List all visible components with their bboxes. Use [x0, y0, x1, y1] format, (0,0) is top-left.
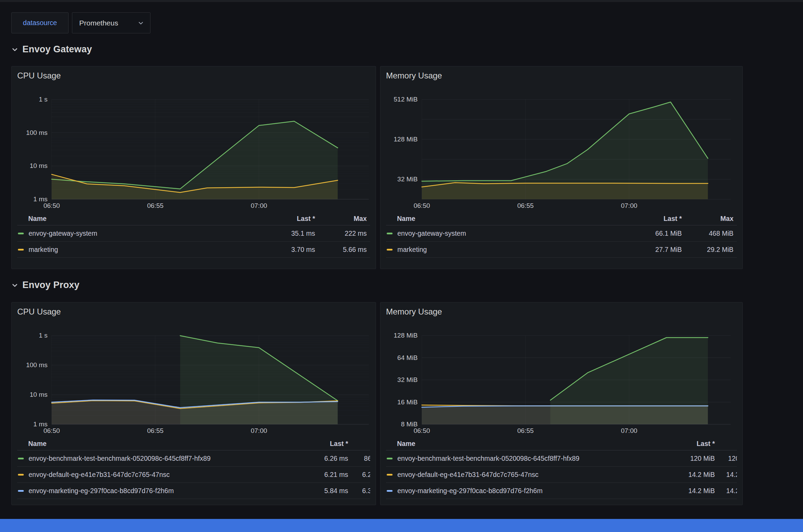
series-last-value: 5.84 ms [290, 487, 348, 495]
legend-header: Name Last * Max [17, 435, 370, 450]
series-name[interactable]: marketing [29, 246, 257, 254]
x-axis-tick-label: 07:00 [242, 202, 276, 210]
section-header-envoy-gateway[interactable]: Envoy Gateway [11, 44, 92, 55]
time-series-chart[interactable]: 512 MiB128 MiB32 MiB06:5006:5507:00 [386, 98, 737, 210]
panel-row-gateway: CPU Usage 1 s100 ms10 ms1 ms06:5006:5507… [11, 66, 743, 269]
panel-proxy-cpu-usage: CPU Usage 1 s100 ms10 ms1 ms06:5006:5507… [11, 302, 376, 505]
y-axis-tick-label: 10 ms [17, 391, 48, 398]
series-color-swatch[interactable] [387, 490, 393, 492]
series-last-value: 35.1 ms [257, 230, 315, 237]
legend-row: envoy-marketing-eg-297f0cac-b8cd97d76-f2… [386, 483, 737, 499]
datasource-dropdown[interactable]: Prometheus [72, 12, 150, 33]
chart-canvas[interactable] [17, 334, 370, 435]
series-color-swatch[interactable] [387, 458, 393, 459]
series-last-value: 66.1 MiB [623, 230, 682, 237]
legend-column-name[interactable]: Name [397, 440, 656, 448]
legend-column-max[interactable]: Max [315, 215, 367, 223]
legend-column-max[interactable]: Max [715, 440, 737, 448]
series-max-value: 29.2 MiB [682, 246, 733, 254]
legend-row: marketing 3.70 ms 5.66 ms [17, 242, 370, 258]
series-last-value: 14.2 MiB [656, 487, 715, 495]
legend-row: envoy-default-eg-e41e7b31-647dc7c765-47n… [386, 467, 737, 483]
y-axis-tick-label: 16 MiB [386, 398, 418, 406]
series-name[interactable]: envoy-gateway-system [29, 230, 257, 237]
series-color-swatch[interactable] [18, 490, 24, 492]
panel-title[interactable]: Memory Usage [386, 66, 737, 81]
chart-canvas[interactable] [386, 334, 737, 435]
legend-column-name[interactable]: Name [397, 215, 623, 223]
section-header-envoy-proxy[interactable]: Envoy Proxy [11, 280, 80, 290]
time-series-chart[interactable]: 1 s100 ms10 ms1 ms06:5006:5507:00 [17, 98, 370, 210]
legend-column-last[interactable]: Last * [656, 440, 715, 448]
y-axis-tick-label: 100 ms [17, 129, 48, 137]
x-axis-tick-label: 06:55 [138, 202, 173, 210]
time-series-chart[interactable]: 1 s100 ms10 ms1 ms06:5006:5507:00 [17, 334, 370, 435]
series-color-swatch[interactable] [18, 458, 24, 459]
y-axis-tick-label: 32 MiB [386, 175, 418, 183]
series-name[interactable]: envoy-marketing-eg-297f0cac-b8cd97d76-f2… [397, 487, 656, 495]
legend-header: Name Last * Max [386, 210, 737, 225]
series-name[interactable]: envoy-default-eg-e41e7b31-647dc7c765-47n… [29, 471, 290, 479]
legend-row: marketing 27.7 MiB 29.2 MiB [386, 242, 737, 258]
x-axis-tick-label: 06:50 [405, 202, 439, 210]
series-color-swatch[interactable] [18, 233, 24, 234]
legend-header: Name Last * Max [386, 435, 737, 450]
x-axis-tick-label: 06:55 [508, 202, 543, 210]
series-color-swatch[interactable] [387, 249, 393, 251]
series-last-value: 14.2 MiB [656, 471, 715, 479]
series-name[interactable]: envoy-gateway-system [397, 230, 623, 237]
series-last-value: 27.7 MiB [623, 246, 682, 254]
variable-label-datasource[interactable]: datasource [11, 12, 69, 33]
series-name[interactable]: envoy-benchmark-test-benchmark-0520098c-… [397, 455, 656, 462]
series-max-value: 468 MiB [682, 230, 733, 237]
x-axis-tick-label: 06:55 [138, 427, 173, 435]
series-name[interactable]: envoy-default-eg-e41e7b31-647dc7c765-47n… [397, 471, 656, 479]
x-axis-tick-label: 06:50 [34, 427, 69, 435]
datasource-dropdown-value: Prometheus [79, 19, 138, 27]
x-axis-tick-label: 07:00 [612, 202, 646, 210]
legend-row: envoy-default-eg-e41e7b31-647dc7c765-47n… [17, 467, 370, 483]
series-last-value: 3.70 ms [257, 246, 315, 254]
x-axis-tick-label: 06:50 [34, 202, 69, 210]
panel-proxy-memory-usage: Memory Usage 128 MiB64 MiB32 MiB16 MiB8 … [380, 302, 743, 505]
legend-column-max[interactable]: Max [348, 440, 370, 448]
y-axis-tick-label: 10 ms [17, 162, 48, 170]
x-axis-tick-label: 07:00 [612, 427, 646, 435]
panel-title[interactable]: Memory Usage [386, 302, 737, 317]
series-name[interactable]: envoy-marketing-eg-297f0cac-b8cd97d76-f2… [29, 487, 290, 495]
y-axis-tick-label: 512 MiB [386, 96, 418, 103]
chevron-down-icon [11, 282, 18, 289]
time-series-chart[interactable]: 128 MiB64 MiB32 MiB16 MiB8 MiB06:5006:55… [386, 334, 737, 435]
x-axis-tick-label: 07:00 [242, 427, 276, 435]
y-axis-tick-label: 64 MiB [386, 354, 418, 362]
section-title: Envoy Gateway [22, 44, 92, 55]
panel-title[interactable]: CPU Usage [17, 302, 370, 317]
chart-canvas[interactable] [17, 98, 370, 210]
series-color-swatch[interactable] [18, 249, 24, 251]
panel-title[interactable]: CPU Usage [17, 66, 370, 81]
legend-header: Name Last * Max [17, 210, 370, 225]
series-max-value: 14.2 MiB [715, 487, 737, 495]
series-color-swatch[interactable] [387, 233, 393, 234]
template-variable-control: datasource Prometheus [11, 12, 150, 33]
series-last-value: 120 MiB [656, 455, 715, 462]
panel-row-proxy: CPU Usage 1 s100 ms10 ms1 ms06:5006:5507… [11, 302, 743, 505]
series-color-swatch[interactable] [18, 474, 24, 476]
y-axis-tick-label: 1 s [17, 332, 48, 339]
y-axis-tick-label: 128 MiB [386, 136, 418, 143]
series-name[interactable]: marketing [397, 246, 623, 254]
legend-column-last[interactable]: Last * [290, 440, 348, 448]
legend-column-name[interactable]: Name [28, 440, 290, 448]
y-axis-tick-label: 32 MiB [386, 376, 418, 384]
legend-column-name[interactable]: Name [28, 215, 257, 223]
legend-row: envoy-benchmark-test-benchmark-0520098c-… [386, 450, 737, 467]
series-color-swatch[interactable] [387, 474, 393, 476]
legend-column-last[interactable]: Last * [623, 215, 682, 223]
series-name[interactable]: envoy-benchmark-test-benchmark-0520098c-… [29, 455, 290, 462]
series-max-value: 6.27 ms [348, 471, 370, 479]
legend-row: envoy-benchmark-test-benchmark-0520098c-… [17, 450, 370, 467]
legend-column-last[interactable]: Last * [257, 215, 315, 223]
chevron-down-icon [138, 20, 144, 26]
legend-column-max[interactable]: Max [682, 215, 733, 223]
chart-canvas[interactable] [386, 98, 737, 210]
